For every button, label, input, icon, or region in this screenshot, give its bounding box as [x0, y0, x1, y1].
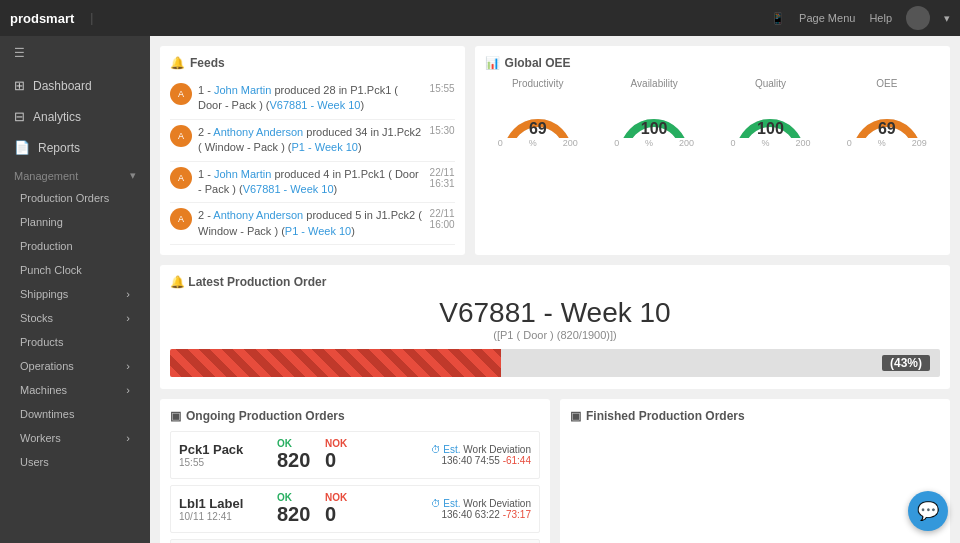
- pack-ok-col: OK 820: [277, 438, 317, 472]
- gauge-oee: OEE 69 0%209: [834, 78, 940, 148]
- pack-ok-label: OK: [277, 492, 317, 503]
- pack-nok-label: NOK: [325, 492, 355, 503]
- sidebar-item-label: Analytics: [33, 110, 81, 124]
- pack-stats: ⏱ Est. Work Deviation 136:40 74:55 -61:4…: [431, 444, 531, 466]
- dev-val: -61:44: [503, 455, 531, 466]
- feed-text: 2 - Anthony Anderson produced 5 in J1.Pc…: [198, 208, 424, 239]
- nav-sep: |: [90, 11, 93, 25]
- feed-time: 22/1116:31: [430, 167, 455, 189]
- feed-avatar: A: [170, 83, 192, 105]
- gauge-label: Productivity: [485, 78, 591, 89]
- feed-item: A 2 - Anthony Anderson produced 34 in J1…: [170, 120, 455, 162]
- oee-icon: 📊: [485, 56, 500, 70]
- top-cards-row: 🔔 Feeds A 1 - John Martin produced 28 in…: [160, 46, 950, 255]
- bottom-row: ▣ Ongoing Production Orders Pck1 Pack 15…: [160, 399, 950, 543]
- user-avatar[interactable]: [906, 6, 930, 30]
- gauge-label: OEE: [834, 78, 940, 89]
- gauge-value: 100: [641, 120, 668, 138]
- dev-label: Deviation: [489, 444, 531, 455]
- feeds-icon: 🔔: [170, 56, 185, 70]
- progress-bar-fill: [170, 349, 501, 377]
- ongoing-icon: ▣: [170, 409, 181, 423]
- sidebar-sub-punch-clock[interactable]: Punch Clock: [0, 258, 150, 282]
- feed-text: 1 - John Martin produced 4 in P1.Pck1 ( …: [198, 167, 424, 198]
- sidebar-sub-stocks[interactable]: Stocks ›: [0, 306, 150, 330]
- sidebar-sub-production[interactable]: Production: [0, 234, 150, 258]
- management-arrow: ▾: [130, 169, 136, 182]
- sidebar-sub-downtimes[interactable]: Downtimes: [0, 402, 150, 426]
- pack-name: Lbl1 Label: [179, 496, 269, 511]
- sidebar-sub-shippings[interactable]: Shippings ›: [0, 282, 150, 306]
- help-button[interactable]: Help: [869, 12, 892, 24]
- gauge-minmax: 0%200: [498, 138, 578, 148]
- dev-label: Deviation: [489, 498, 531, 509]
- sidebar-item-label: Reports: [38, 141, 80, 155]
- pack-ok-label: OK: [277, 438, 317, 449]
- sidebar-sub-workers[interactable]: Workers ›: [0, 426, 150, 450]
- gauge-value: 100: [757, 120, 784, 138]
- gauge-minmax: 0%200: [614, 138, 694, 148]
- gauge-productivity: Productivity 69 0%200: [485, 78, 591, 148]
- latest-production-order-card: 🔔 Latest Production Order V67881 - Week …: [160, 265, 950, 389]
- gauge-quality: Quality 100 0%200: [717, 78, 823, 148]
- gauge-value: 69: [878, 120, 896, 138]
- gauge-container: 100: [614, 93, 694, 138]
- page-menu-button[interactable]: Page Menu: [799, 12, 855, 24]
- latest-order-icon: 🔔: [170, 275, 185, 289]
- gauge-value: 69: [529, 120, 547, 138]
- sidebar-sub-operations[interactable]: Operations ›: [0, 354, 150, 378]
- pack-stats-values: 136:40 63:22 -73:17: [431, 509, 531, 520]
- feed-avatar: A: [170, 125, 192, 147]
- sidebar-item-label: Dashboard: [33, 79, 92, 93]
- ongoing-orders-card: ▣ Ongoing Production Orders Pck1 Pack 15…: [160, 399, 550, 543]
- analytics-icon: ⊟: [14, 109, 25, 124]
- pack-stats-header: ⏱ Est. Work Deviation: [431, 498, 531, 509]
- latest-order-name: V67881 - Week 10: [170, 297, 940, 329]
- finished-title: ▣ Finished Production Orders: [570, 409, 940, 423]
- progress-bar-label: (43%): [882, 355, 930, 371]
- est-label: ⏱ Est.: [431, 444, 461, 455]
- feed-item: A 1 - John Martin produced 28 in P1.Pck1…: [170, 78, 455, 120]
- work-label: Work: [463, 498, 486, 509]
- work-val: 74:55: [475, 455, 500, 466]
- feed-text: 2 - Anthony Anderson produced 34 in J1.P…: [198, 125, 424, 156]
- pack-name-col: Pck1 Pack 15:55: [179, 442, 269, 468]
- sidebar-sub-products[interactable]: Products: [0, 330, 150, 354]
- pack-nok-col: NOK 0: [325, 492, 355, 526]
- pack-stats: ⏱ Est. Work Deviation 136:40 63:22 -73:1…: [431, 498, 531, 520]
- work-val: 63:22: [475, 509, 500, 520]
- sidebar-management-section[interactable]: Management ▾: [0, 163, 150, 186]
- latest-order-sub: ([P1 ( Door ) (820/1900)]): [170, 329, 940, 341]
- est-val: 136:40: [441, 455, 472, 466]
- top-nav: prodsmart | 📱 Page Menu Help ▾: [0, 0, 960, 36]
- pack-stats-values: 136:40 74:55 -61:44: [431, 455, 531, 466]
- main-content: 🔔 Feeds A 1 - John Martin produced 28 in…: [150, 36, 960, 543]
- gauge-availability: Availability 100 0%200: [601, 78, 707, 148]
- sidebar-item-reports[interactable]: 📄 Reports: [0, 132, 150, 163]
- pack-stats-header: ⏱ Est. Work Deviation: [431, 444, 531, 455]
- feed-time: 15:30: [430, 125, 455, 136]
- feeds-card: 🔔 Feeds A 1 - John Martin produced 28 in…: [160, 46, 465, 255]
- sidebar-sub-users[interactable]: Users: [0, 450, 150, 474]
- pack-row-1: Pck1 Pack 15:55 OK 820 NOK 0 ⏱ Est.: [170, 431, 540, 479]
- pack-time: 15:55: [179, 457, 269, 468]
- sidebar: ☰ ⊞ Dashboard ⊟ Analytics 📄 Reports Mana…: [0, 36, 150, 543]
- top-nav-right: 📱 Page Menu Help ▾: [771, 6, 950, 30]
- oee-title: 📊 Global OEE: [485, 56, 940, 70]
- chat-button[interactable]: 💬: [908, 491, 948, 531]
- sidebar-sub-production-orders[interactable]: Production Orders: [0, 186, 150, 210]
- reports-icon: 📄: [14, 140, 30, 155]
- pack-nok-col: NOK 0: [325, 438, 355, 472]
- hamburger-menu[interactable]: ☰: [0, 36, 150, 70]
- finished-icon: ▣: [570, 409, 581, 423]
- pack-time: 10/11 12:41: [179, 511, 269, 522]
- nav-arrow[interactable]: ▾: [944, 12, 950, 25]
- sidebar-item-analytics[interactable]: ⊟ Analytics: [0, 101, 150, 132]
- feed-text: 1 - John Martin produced 28 in P1.Pck1 (…: [198, 83, 424, 114]
- pack-row-2: Lbl1 Label 10/11 12:41 OK 820 NOK 0 ⏱ Es…: [170, 485, 540, 533]
- pack-nok-label: NOK: [325, 438, 355, 449]
- sidebar-sub-planning[interactable]: Planning: [0, 210, 150, 234]
- sidebar-sub-machines[interactable]: Machines ›: [0, 378, 150, 402]
- sidebar-item-dashboard[interactable]: ⊞ Dashboard: [0, 70, 150, 101]
- mobile-icon[interactable]: 📱: [771, 12, 785, 25]
